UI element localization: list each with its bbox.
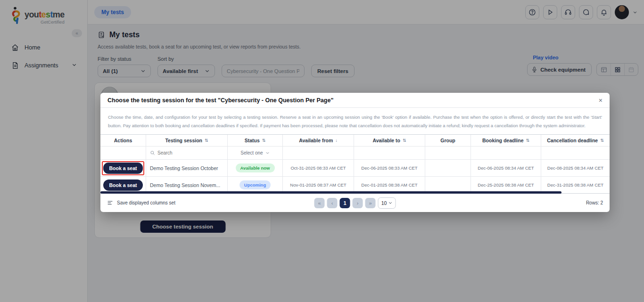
rows-count: Rows: 2 [586, 200, 603, 205]
col-header-testing-session[interactable]: Testing session⇅ [146, 135, 228, 146]
page-size-value: 10 [381, 200, 387, 206]
booking-deadline-cell: Dec-06-2025 08:34 AM CET [471, 160, 541, 176]
filter-cell-empty [425, 147, 471, 159]
filter-cell-empty [283, 147, 354, 159]
col-header-available-from[interactable]: Available from↓ [283, 135, 354, 146]
status-badge: Upcoming [239, 180, 271, 189]
modal-title: Choose the testing session for the test … [107, 97, 333, 104]
page-size-select[interactable]: 10 [378, 197, 396, 209]
session-cell: Demo Testing Session October [146, 160, 228, 176]
sort-descending-icon[interactable]: ↓ [335, 138, 338, 143]
status-cell: Upcoming [228, 177, 283, 193]
col-header-cancellation-deadline[interactable]: Cancellation deadline⇅ [541, 135, 610, 146]
table-row: Book a seat Demo Testing Session Novem..… [100, 176, 610, 193]
sessions-table: Actions Testing session⇅ Status⇅ Availab… [100, 134, 610, 194]
status-badge: Available now [236, 163, 275, 172]
filter-cell-empty [471, 147, 541, 159]
book-a-seat-button[interactable]: Book a seat [103, 163, 143, 174]
horizontal-scrollbar[interactable] [100, 191, 561, 194]
status-filter-select[interactable]: Select one [240, 150, 269, 155]
col-header-available-to[interactable]: Available to⇅ [354, 135, 425, 146]
table-row: Book a seat Demo Testing Session October… [100, 159, 610, 176]
col-header-booking-deadline[interactable]: Booking deadline⇅ [471, 135, 541, 146]
col-header-status[interactable]: Status⇅ [228, 135, 283, 146]
actions-cell: Book a seat [100, 160, 146, 176]
filter-cell-status: Select one [228, 147, 283, 159]
status-cell: Available now [228, 160, 283, 176]
col-header-actions: Actions [100, 135, 146, 146]
save-columns-button[interactable]: Save displayed columns set [107, 200, 175, 206]
available-from-cell: Nov-01-2025 08:37 AM CET [283, 177, 354, 193]
focus-highlight: Book a seat [102, 161, 145, 175]
current-page-button[interactable]: 1 [340, 198, 350, 208]
filter-cell-session [146, 147, 228, 159]
filter-cell-empty [354, 147, 425, 159]
available-from-cell: Oct-31-2025 08:33 AM CET [283, 160, 354, 176]
table-header-row: Actions Testing session⇅ Status⇅ Availab… [100, 135, 610, 146]
group-cell [425, 177, 471, 193]
modal-footer: Save displayed columns set « ‹ 1 › » 10 … [100, 194, 610, 212]
session-cell: Demo Testing Session Novem... [146, 177, 228, 193]
col-header-group: Group [425, 135, 471, 146]
save-columns-label: Save displayed columns set [117, 200, 175, 205]
cancellation-deadline-cell: Dec-31-2025 08:38 AM CET [541, 177, 610, 193]
first-page-button[interactable]: « [314, 198, 325, 208]
sort-icon[interactable]: ⇅ [403, 138, 406, 143]
filter-cell-actions [100, 147, 146, 159]
cancellation-deadline-cell: Dec-08-2025 08:34 AM CET [541, 160, 610, 176]
sort-icon[interactable]: ⇅ [262, 138, 266, 143]
status-filter-value: Select one [240, 150, 263, 155]
previous-page-button[interactable]: ‹ [327, 198, 338, 208]
book-a-seat-button[interactable]: Book a seat [103, 180, 143, 191]
available-to-cell: Dec-06-2025 08:33 AM CET [354, 160, 425, 176]
filter-cell-empty [541, 147, 610, 159]
available-to-cell: Dec-01-2025 08:38 AM CET [354, 177, 425, 193]
pagination: « ‹ 1 › » 10 [314, 197, 396, 209]
next-page-button[interactable]: › [353, 198, 363, 208]
last-page-button[interactable]: » [365, 198, 376, 208]
table-filter-row: Select one [100, 146, 610, 159]
choose-session-modal: Choose the testing session for the test … [100, 93, 610, 212]
modal-description: Choose the time, date, and configuration… [100, 108, 610, 134]
sort-icon[interactable]: ⇅ [526, 138, 529, 143]
session-search-input[interactable] [157, 150, 223, 155]
sort-icon[interactable]: ⇅ [600, 138, 604, 143]
search-icon [150, 150, 155, 155]
sort-icon[interactable]: ⇅ [205, 138, 208, 143]
columns-menu-icon [107, 200, 113, 206]
chevron-down-icon [388, 201, 392, 205]
close-icon[interactable]: × [599, 97, 603, 104]
actions-cell: Book a seat [100, 177, 146, 193]
group-cell [425, 160, 471, 176]
booking-deadline-cell: Dec-25-2025 08:38 AM CET [471, 177, 541, 193]
chevron-down-icon [265, 151, 270, 155]
